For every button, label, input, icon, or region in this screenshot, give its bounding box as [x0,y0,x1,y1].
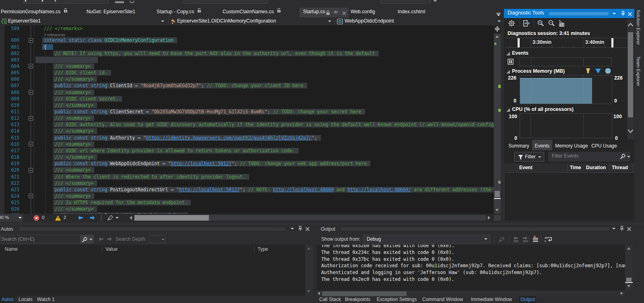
memory-expander-icon[interactable] [506,70,510,74]
editor-horizontal-scrollbar[interactable] [134,215,486,221]
next-message-icon[interactable] [522,236,529,244]
editor-hscrollbar-thumb[interactable] [134,215,209,221]
tab-locals[interactable]: Locals [17,296,34,303]
code-line-603[interactable]: 603 [0,57,494,63]
code-line-624[interactable]: 624/// <summary> [0,193,494,200]
code-line-604[interactable]: 604/// <summary> [0,63,494,70]
team-explorer-tab[interactable]: Team Explorer [636,56,641,86]
code-line-609[interactable]: 609/// OIDC client secret. [0,96,494,102]
error-icon[interactable] [33,215,39,223]
events-expander-icon[interactable] [506,52,510,55]
navigate-forward-icon[interactable] [89,215,95,222]
output-hscroll-left-icon[interactable] [318,292,320,295]
diag-tab-memory-usage[interactable]: Memory Usage [554,140,589,150]
nav-type-caret-icon[interactable] [328,20,331,22]
code-line-612[interactable]: 612/// <summary> [0,115,494,122]
search-depth-combo[interactable] [149,235,166,243]
tab-autos[interactable]: Autos [0,296,15,303]
code-line-605[interactable]: 605/// OIDC client id. [0,70,494,76]
filter-search-caret-icon[interactable] [627,156,630,158]
code-line-617[interactable]: 617/// OIDC url where Identity provider … [0,147,494,154]
code-line-616[interactable]: 616/// <summary> [0,141,494,148]
navigate-back-icon[interactable] [77,215,83,222]
fold-collapse-box[interactable] [29,142,33,146]
tab-command-window[interactable]: Command Window [421,296,464,303]
tab-breakpoints[interactable]: Breakpoints [343,296,372,303]
diag-close-icon[interactable] [627,11,632,18]
events-col-time[interactable]: Time [570,165,581,170]
tab-immediate-window[interactable]: Immediate Window [469,296,514,303]
solution-explorer-tab[interactable]: Solution Explorer [636,10,641,45]
timeline-ruler[interactable]: 3:30min 3:40min [505,38,627,48]
filter-events-searchbox[interactable]: Filter Events [548,152,630,162]
cpu-expander-icon[interactable] [506,108,510,112]
ruler-selection-start-handle[interactable] [518,38,520,47]
diag-scroll-up-icon[interactable] [627,23,634,27]
output-close-icon[interactable] [627,226,632,233]
code-line-626[interactable]: 626/// </summary> [0,206,494,213]
timeline-graph-icon[interactable] [558,20,566,29]
output-pin-icon[interactable] [619,225,625,233]
tab-output[interactable]: Output [519,296,536,303]
diag-tab-summary[interactable]: Summary [508,140,530,150]
output-log[interactable]: The thread 0x52b0 has exited with code 0… [316,245,625,291]
prev-message-icon[interactable] [512,236,520,244]
output-scroll-down-icon[interactable] [627,285,630,287]
code-line-607[interactable]: 607public const string ClientId = "0oa4j… [0,82,494,89]
events-col-duration[interactable]: Duration [586,165,606,170]
code-cleanup-icon[interactable] [107,215,114,223]
document-tab-permissiongroupnames-cs[interactable]: PermissionGroupNames.cs [1,8,68,17]
editor-scroll-up-icon[interactable] [495,35,499,38]
autos-col-name[interactable]: Name [5,246,18,252]
output-scrollbar-thumb[interactable] [626,278,632,282]
code-line-619[interactable]: 619public const string WebAppOidcEndpoin… [0,160,494,167]
output-window-menu-icon[interactable] [612,228,615,229]
autos-scroll-down-icon[interactable] [307,290,310,293]
output-hscrollbar-thumb[interactable] [322,291,407,296]
autos-scroll-up-icon[interactable] [307,247,310,250]
code-line-608[interactable]: 608/// <summary> [0,89,494,96]
diag-pin-icon[interactable] [620,10,626,18]
autos-col-type[interactable]: Type [258,246,268,252]
code-line-613[interactable]: 613/// OIDC authority. Also used to get … [0,121,494,128]
hscroll-left-icon[interactable] [130,216,132,220]
code-line-601[interactable]: 601{ [0,44,494,51]
document-tab-startup-copy-cs[interactable]: Startup - Copy.cs [157,8,201,17]
clear-all-icon[interactable] [532,235,539,244]
code-line-606[interactable]: 606/// </summary> [0,76,494,83]
document-tab-startup-cs[interactable]: Startup.cs [299,8,349,17]
nav-project-caret-icon[interactable] [161,20,164,22]
fold-collapse-box[interactable] [29,116,33,121]
code-line-623[interactable]: 623public const string PostLogoutRedirec… [0,186,494,193]
output-scroll-up-icon[interactable] [627,247,630,250]
events-col-event[interactable]: Event [519,165,533,170]
export-icon[interactable] [522,20,530,29]
code-line-611[interactable]: 611public const string ClientSecret = "D… [0,109,494,115]
editor-scroll-down-icon[interactable] [495,209,499,211]
code-editor[interactable]: 599/// </remarks>7 references600internal… [0,25,494,214]
autos-search-box[interactable]: Search (Ctrl+E) [0,235,94,244]
zoom-in-icon[interactable] [537,20,544,29]
autos-col-value[interactable]: Value [105,246,118,252]
document-tab-nuget-episerversite1[interactable]: NuGet: EpiserverSite1 [87,8,135,17]
output-vscrollbar[interactable] [625,245,633,291]
hscroll-right-icon[interactable] [488,216,490,220]
filter-search-icon[interactable] [620,154,626,161]
tab-watch-1[interactable]: Watch 1 [35,296,56,303]
word-wrap-icon[interactable]: ab c [544,235,553,244]
code-line-625[interactable]: 625/// Is HTTPS required for the metadat… [0,199,494,206]
document-tab-index-cshtml[interactable]: Index.cshtml [398,8,425,17]
code-line-618[interactable]: 618/// </summary> [0,154,494,161]
autos-back-icon[interactable] [98,236,104,244]
code-line-622[interactable]: 622/// </summary> [0,180,494,187]
autos-close-icon[interactable] [305,226,310,233]
fold-collapse-box[interactable] [29,64,33,68]
autos-search-icon[interactable] [82,237,88,244]
code-line-602[interactable]: 602// NOTE! If using https, you will nee… [0,50,494,57]
fold-collapse-box[interactable] [29,168,33,172]
diag-scrollbar-thumb[interactable] [628,32,633,117]
code-line-620[interactable]: 620/// <summary> [0,167,494,174]
output-hscroll-right-icon[interactable] [621,292,623,295]
autos-variables-body[interactable] [0,254,305,296]
events-col-thread[interactable]: Thread [612,165,628,170]
